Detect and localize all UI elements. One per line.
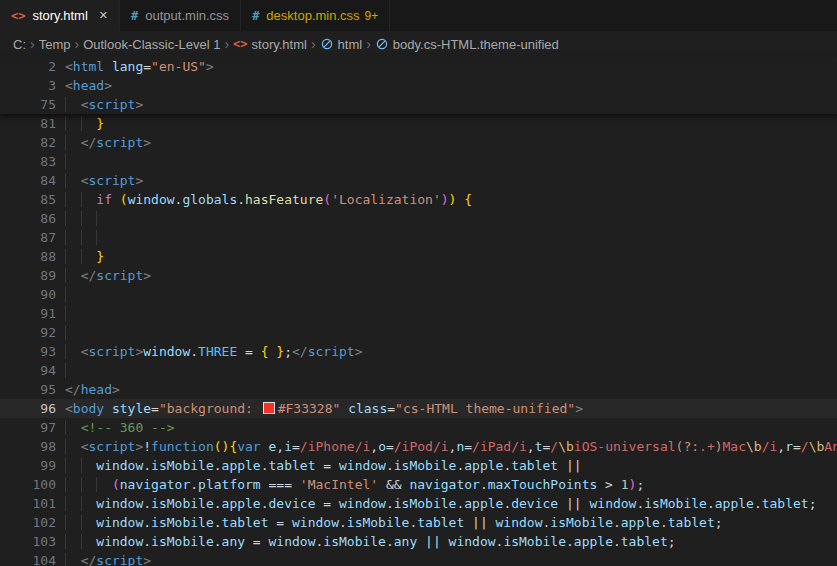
line-number[interactable]: 88 — [0, 247, 56, 266]
code-line-100[interactable]: 100 (navigator.platform === 'MacIntel' &… — [0, 475, 837, 494]
code-content[interactable]: </script> — [56, 551, 837, 566]
line-number[interactable]: 87 — [0, 228, 56, 247]
code-line-2[interactable]: 2<html lang="en-US"> — [0, 57, 837, 76]
line-number[interactable]: 83 — [0, 152, 56, 171]
line-number[interactable]: 104 — [0, 551, 56, 566]
line-number[interactable]: 81 — [0, 114, 56, 133]
code-line-95[interactable]: 95</head> — [0, 380, 837, 399]
code-token: isMobile — [347, 515, 410, 530]
line-number[interactable]: 97 — [0, 418, 56, 437]
code-line-82[interactable]: 82 </script> — [0, 133, 837, 152]
code-line-94[interactable]: 94 — [0, 361, 837, 380]
line-number[interactable]: 92 — [0, 323, 56, 342]
code-token: = — [292, 439, 300, 454]
code-content[interactable]: } — [56, 114, 837, 133]
code-content[interactable] — [56, 228, 837, 247]
code-content[interactable]: <!-- 360 --> — [56, 418, 837, 437]
code-content[interactable]: window.isMobile.apple.device = window.is… — [56, 494, 837, 513]
breadcrumb-item-outlook-classic-level-1[interactable]: Outlook-Classic-Level 1 — [83, 37, 220, 52]
code-content[interactable]: if (window.globals.hasFeature('Localizat… — [56, 190, 837, 209]
code-line-89[interactable]: 89 </script> — [0, 266, 837, 285]
line-number[interactable]: 3 — [0, 76, 56, 95]
code-content[interactable]: </script> — [56, 133, 837, 152]
tab-desktop-min-css[interactable]: #desktop.min.css9+ — [241, 0, 390, 31]
code-content[interactable] — [56, 323, 837, 342]
code-content[interactable]: window.isMobile.any = window.isMobile.an… — [56, 532, 837, 551]
code-content[interactable] — [56, 152, 837, 171]
code-content[interactable]: <script>window.THREE = { };</script> — [56, 342, 837, 361]
line-number[interactable]: 96 — [0, 399, 56, 418]
close-icon[interactable]: ✕ — [99, 10, 108, 21]
code-content[interactable]: <script> — [56, 171, 837, 190]
line-number[interactable]: 99 — [0, 456, 56, 475]
code-content[interactable] — [56, 361, 837, 380]
code-token: window — [589, 496, 636, 511]
line-number[interactable]: 89 — [0, 266, 56, 285]
code-token: tablet — [621, 534, 668, 549]
code-content[interactable]: } — [56, 247, 837, 266]
breadcrumb-item-html[interactable]: html — [320, 37, 363, 52]
code-line-104[interactable]: 104 </script> — [0, 551, 837, 566]
code-line-75[interactable]: 75 <script> — [0, 95, 837, 114]
code-content[interactable]: <head> — [56, 76, 837, 95]
line-number[interactable]: 102 — [0, 513, 56, 532]
line-number[interactable]: 84 — [0, 171, 56, 190]
code-content[interactable]: </script> — [56, 266, 837, 285]
code-line-102[interactable]: 102 window.isMobile.tablet = window.isMo… — [0, 513, 837, 532]
code-line-99[interactable]: 99 window.isMobile.apple.tablet = window… — [0, 456, 837, 475]
line-number[interactable]: 101 — [0, 494, 56, 513]
line-number[interactable]: 82 — [0, 133, 56, 152]
code-token: , — [276, 439, 284, 454]
breadcrumb-item-c[interactable]: C: — [13, 37, 26, 52]
code-line-84[interactable]: 84 <script> — [0, 171, 837, 190]
code-content[interactable] — [56, 304, 837, 323]
code-line-87[interactable]: 87 — [0, 228, 837, 247]
code-line-96[interactable]: 96<body style="background: #F33328" clas… — [0, 399, 837, 418]
line-number[interactable]: 86 — [0, 209, 56, 228]
code-content[interactable]: <script>!function(){var e,i=/iPhone/i,o=… — [56, 437, 837, 456]
code-line-86[interactable]: 86 — [0, 209, 837, 228]
line-number[interactable]: 75 — [0, 95, 56, 114]
code-line-101[interactable]: 101 window.isMobile.apple.device = windo… — [0, 494, 837, 513]
code-line-92[interactable]: 92 — [0, 323, 837, 342]
line-number[interactable]: 98 — [0, 437, 56, 456]
breadcrumb-item-story-html[interactable]: <>story.html — [233, 37, 307, 52]
code-line-90[interactable]: 90 — [0, 285, 837, 304]
line-number[interactable]: 90 — [0, 285, 56, 304]
code-content[interactable]: <html lang="en-US"> — [56, 57, 837, 76]
line-number[interactable]: 93 — [0, 342, 56, 361]
code-line-88[interactable]: 88 } — [0, 247, 837, 266]
line-number[interactable]: 100 — [0, 475, 56, 494]
code-line-98[interactable]: 98 <script>!function(){var e,i=/iPhone/i… — [0, 437, 837, 456]
code-content[interactable]: <body style="background: #F33328" class=… — [56, 399, 837, 418]
breadcrumb-item-temp[interactable]: Temp — [39, 37, 71, 52]
line-number[interactable]: 2 — [0, 57, 56, 76]
line-number[interactable]: 94 — [0, 361, 56, 380]
code-line-91[interactable]: 91 — [0, 304, 837, 323]
line-number[interactable]: 85 — [0, 190, 56, 209]
breadcrumb-item-body-cs-html-theme-unified[interactable]: body.cs-HTML.theme-unified — [375, 37, 559, 52]
code-line-3[interactable]: 3<head> — [0, 76, 837, 95]
code-token: lang — [112, 59, 143, 74]
code-line-103[interactable]: 103 window.isMobile.any = window.isMobil… — [0, 532, 837, 551]
code-content[interactable] — [56, 285, 837, 304]
code-content[interactable]: window.isMobile.apple.tablet = window.is… — [56, 456, 837, 475]
code-line-97[interactable]: 97 <!-- 360 --> — [0, 418, 837, 437]
code-line-93[interactable]: 93 <script>window.THREE = { };</script> — [0, 342, 837, 361]
color-swatch[interactable] — [263, 402, 275, 414]
code-line-83[interactable]: 83 — [0, 152, 837, 171]
tab-output-min-css[interactable]: #output.min.css — [120, 0, 241, 31]
code-content[interactable]: <script> — [56, 95, 837, 114]
line-number[interactable]: 95 — [0, 380, 56, 399]
tab-story-html[interactable]: <>story.html✕ — [0, 0, 120, 31]
code-content[interactable]: (navigator.platform === 'MacIntel' && na… — [56, 475, 837, 494]
line-number[interactable]: 103 — [0, 532, 56, 551]
code-token: = — [387, 401, 395, 416]
code-content[interactable]: window.isMobile.tablet = window.isMobile… — [56, 513, 837, 532]
code-content[interactable] — [56, 209, 837, 228]
code-content[interactable]: </head> — [56, 380, 837, 399]
code-token: . — [214, 496, 222, 511]
line-number[interactable]: 91 — [0, 304, 56, 323]
code-line-81[interactable]: 81 } — [0, 114, 837, 133]
code-line-85[interactable]: 85 if (window.globals.hasFeature('Locali… — [0, 190, 837, 209]
